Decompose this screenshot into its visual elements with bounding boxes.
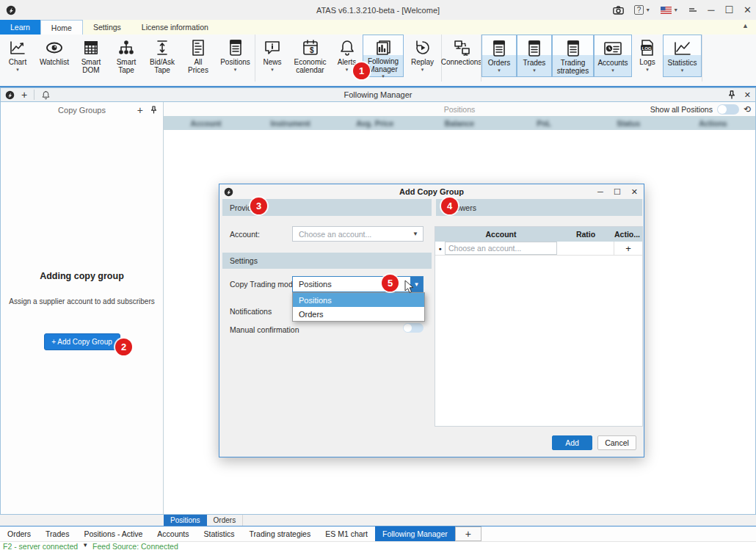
workspace-tab-es-m1-chart[interactable]: ES M1 chart	[318, 527, 375, 541]
following-manager-panel-header: + Following Manager ✕	[0, 87, 756, 102]
workspace-tab-trades[interactable]: Trades	[38, 527, 76, 541]
chevron-down-icon: ▾	[382, 73, 385, 79]
dialog-maximize-icon[interactable]: ☐	[614, 187, 621, 197]
follower-account-cell[interactable]: Choose an account...	[445, 242, 557, 255]
manual-confirmation-toggle[interactable]	[403, 323, 424, 333]
column-avg-price[interactable]: Avg. Price	[332, 119, 417, 128]
bid-ask-tape-icon	[155, 38, 170, 57]
chart-icon	[9, 38, 26, 57]
collapse-ribbon-icon[interactable]: ▲	[742, 22, 749, 29]
positions-orders-tabbar: Positions Orders	[0, 514, 756, 527]
close-icon[interactable]: ✕	[744, 5, 752, 15]
maximize-icon[interactable]: ☐	[724, 5, 733, 15]
step-badge-1: 1	[353, 62, 370, 79]
alerts-icon	[339, 38, 355, 57]
add-copy-group-button[interactable]: + Add Copy Group	[44, 333, 120, 350]
column-pnl[interactable]: PnL	[502, 119, 586, 128]
statistics-icon	[673, 39, 692, 58]
mouse-cursor-icon	[404, 280, 415, 294]
column-status[interactable]: Status	[586, 119, 671, 128]
followers-column-account[interactable]: Account	[445, 230, 557, 239]
help-menu-button[interactable]: ? ▼	[634, 5, 651, 15]
language-menu-button[interactable]: ▼	[661, 7, 678, 14]
add-follower-row-button[interactable]: +	[614, 243, 642, 254]
workspace-tab-trading-strategies[interactable]: Trading strategies	[242, 527, 319, 541]
dropdown-option-orders[interactable]: Orders	[293, 307, 424, 321]
toolbar-trades-button[interactable]: Trades▾	[517, 35, 552, 77]
toolbar-statistics-button[interactable]: Statistics▾	[663, 35, 702, 77]
column-balance[interactable]: Balance	[417, 119, 501, 128]
workspace-tab-statistics[interactable]: Statistics	[197, 527, 242, 541]
toolbar-smart-dom-button[interactable]: Smart DOM	[73, 35, 109, 77]
toolbar-smart-tape-button[interactable]: Smart Tape	[109, 35, 144, 77]
workspace-tab-accounts[interactable]: Accounts	[150, 527, 196, 541]
workspace-tab-positions-active[interactable]: Positions - Active	[76, 527, 150, 541]
screenshot-icon[interactable]	[613, 6, 624, 15]
chevron-down-icon[interactable]: ▼	[82, 542, 88, 550]
show-all-positions-toggle[interactable]	[717, 104, 739, 115]
close-panel-icon[interactable]: ✕	[744, 90, 751, 100]
follower-row: ● Choose an account... +	[435, 242, 642, 256]
dialog-add-button[interactable]: Add	[552, 435, 592, 450]
orders-icon	[491, 39, 507, 58]
toolbar-economic-calendar-button[interactable]: $ Economic calendar	[289, 35, 331, 77]
column-instrument[interactable]: Instrument	[248, 119, 332, 128]
toolbar-watchlist-button[interactable]: Watchlist	[35, 35, 73, 77]
tab-positions[interactable]: Positions	[164, 515, 207, 526]
step-badge-5: 5	[382, 275, 399, 292]
toolbar-all-prices-button[interactable]: All Prices	[181, 35, 216, 77]
tab-settings[interactable]: Settings	[83, 20, 131, 35]
toolbar-connections-button[interactable]: Connections	[442, 35, 481, 77]
chevron-down-icon: ▼	[645, 7, 650, 12]
toolbar-trading-strategies-button[interactable]: Trading strategies	[552, 35, 594, 77]
account-label: Account:	[230, 230, 260, 239]
tab-learn[interactable]: Learn	[0, 20, 40, 35]
toolbar-replay-button[interactable]: Replay▾	[404, 35, 441, 77]
dropdown-option-positions[interactable]: Positions	[293, 293, 424, 307]
pin-window-icon[interactable]	[688, 7, 697, 14]
ribbon-toolbar: Chart▾ Watchlist Smart DOM Smart Tape Bi…	[0, 35, 756, 87]
add-workspace-tab-button[interactable]: +	[455, 527, 481, 541]
followers-column-ratio[interactable]: Ratio	[557, 230, 614, 239]
add-copy-group-icon[interactable]: +	[137, 104, 143, 116]
toolbar-positions-button[interactable]: Positions▾	[216, 35, 255, 77]
chevron-down-icon: ▾	[533, 68, 536, 73]
step-badge-2: 2	[115, 339, 132, 355]
toolbar-bid-ask-tape-button[interactable]: Bid/Ask Tape	[144, 35, 181, 77]
dialog-close-icon[interactable]: ✕	[631, 187, 638, 197]
add-copy-group-dialog: Add Copy Group ─ ☐ ✕ Provider Followers …	[219, 184, 644, 457]
copy-groups-sidebar: Copy Groups + Adding copy group Assign a…	[1, 102, 164, 514]
column-actions[interactable]: Actions	[671, 119, 755, 128]
news-icon	[263, 38, 281, 57]
pin-sidebar-icon[interactable]	[150, 106, 157, 114]
workspace-tab-orders[interactable]: Orders	[0, 527, 38, 541]
tab-home[interactable]: Home	[40, 20, 83, 35]
dialog-cancel-button[interactable]: Cancel	[597, 435, 636, 450]
toolbar-logs-button[interactable]: LOG Logs▾	[632, 35, 663, 77]
reset-filter-icon[interactable]: ⟲	[744, 104, 751, 115]
toolbar-accounts-button[interactable]: Accounts▾	[594, 35, 632, 77]
minimize-icon[interactable]: ─	[708, 5, 714, 15]
dialog-minimize-icon[interactable]: ─	[597, 187, 603, 197]
adding-copy-group-heading: Adding copy group	[1, 271, 163, 281]
followers-column-actions[interactable]: Actio...	[614, 230, 642, 239]
workspace-tab-following-manager[interactable]: Following Manager	[375, 527, 455, 541]
copy-group-description: Assign a supplier account to add subscri…	[1, 297, 163, 305]
column-account[interactable]: Account	[164, 119, 248, 128]
pin-panel-icon[interactable]	[728, 90, 735, 99]
tab-license-information[interactable]: License information	[131, 20, 219, 35]
smart-tape-icon	[117, 38, 135, 57]
toolbar-chart-button[interactable]: Chart▾	[0, 35, 35, 77]
chevron-down-icon: ▾	[611, 68, 614, 73]
svg-text:$: $	[310, 46, 314, 54]
accounts-icon	[603, 39, 622, 58]
chevron-down-icon: ▾	[681, 68, 684, 73]
account-select[interactable]: Choose an account... ▼	[292, 226, 424, 242]
smart-dom-icon	[83, 38, 99, 57]
toolbar-news-button[interactable]: News▾	[255, 35, 289, 77]
all-prices-icon	[190, 38, 206, 57]
following-manager-icon	[374, 39, 392, 57]
toolbar-orders-button[interactable]: Orders▾	[481, 35, 517, 77]
tab-orders[interactable]: Orders	[207, 515, 244, 526]
follower-ratio-cell[interactable]	[557, 242, 614, 255]
